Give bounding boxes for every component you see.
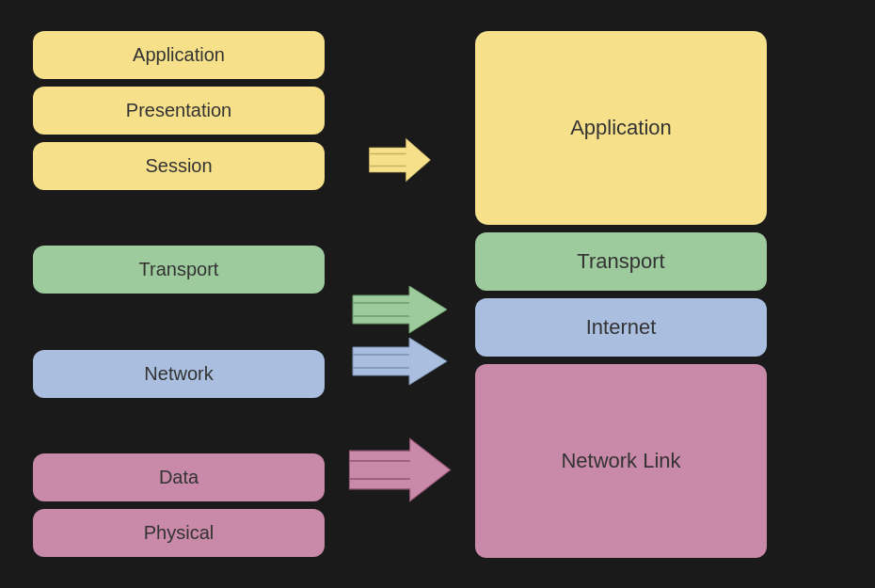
yellow-group: Application Presentation Session [33,31,325,190]
diagram-container: Application Presentation Session Transpo… [24,17,851,572]
arrow-pink-area [348,388,452,553]
transport-box-left: Transport [33,246,325,294]
arrow-blue-area [348,336,452,388]
pink-group: Data Physical [33,453,325,557]
transport-box-right: Transport [475,232,767,291]
physical-label: Physical [144,522,214,544]
right-column: Application Transport Internet Network L… [475,31,767,558]
transport-label-left: Transport [139,259,219,280]
internet-box: Internet [475,298,767,357]
network-box: Network [33,350,325,398]
arrow-green [348,284,452,336]
arrow-blue [348,336,452,388]
data-label: Data [159,467,199,488]
middle-column [325,31,475,558]
internet-label: Internet [586,315,657,340]
svg-marker-3 [353,286,447,333]
application-box-right: Application [475,31,767,225]
network-label: Network [144,363,213,385]
network-link-box: Network Link [475,364,767,558]
svg-marker-9 [349,438,450,501]
svg-marker-6 [353,338,447,385]
data-box: Data [33,453,325,501]
application-box-left: Application [33,31,325,79]
left-column: Application Presentation Session Transpo… [33,31,325,558]
presentation-box: Presentation [33,87,325,135]
application-label-left: Application [133,44,225,66]
application-label-right: Application [570,116,672,140]
presentation-label: Presentation [126,100,231,121]
network-link-label: Network Link [561,449,680,473]
arrow-pink [348,435,452,505]
svg-marker-0 [370,138,431,182]
session-label: Session [145,155,212,177]
transport-label-right: Transport [577,249,664,274]
arrow-yellow [353,135,447,184]
arrow-yellow-area [353,36,447,284]
physical-box: Physical [33,509,325,557]
arrow-green-area [348,284,452,336]
session-box: Session [33,142,325,190]
